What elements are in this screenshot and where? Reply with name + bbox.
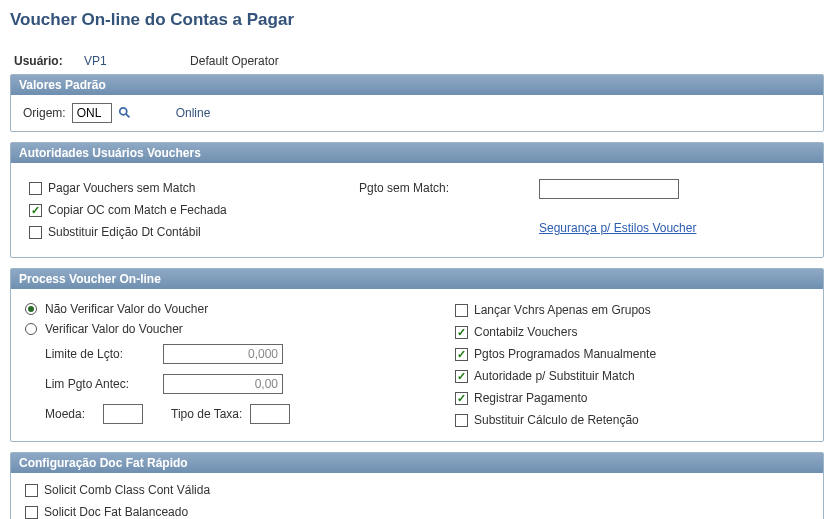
checkbox-contabilz[interactable] xyxy=(455,326,468,339)
moeda-label: Moeda: xyxy=(45,407,95,421)
checkbox-label: Substituir Edição Dt Contábil xyxy=(48,225,201,239)
moeda-input[interactable] xyxy=(103,404,143,424)
user-info: Usuário: VP1 Default Operator xyxy=(10,54,824,68)
seguranca-link[interactable]: Segurança p/ Estilos Voucher xyxy=(539,221,696,235)
origin-description: Online xyxy=(176,106,211,120)
checkbox-pgtos-prog[interactable] xyxy=(455,348,468,361)
section-header: Valores Padrão xyxy=(11,75,823,95)
pgto-sem-match-label: Pgto sem Match: xyxy=(359,181,449,195)
checkbox-autoridade-sub[interactable] xyxy=(455,370,468,383)
checkbox-pagar-sem-match[interactable] xyxy=(29,182,42,195)
section-autoridades: Autoridades Usuários Vouchers Pagar Vouc… xyxy=(10,142,824,258)
section-process-voucher: Process Voucher On-line Não Verificar Va… xyxy=(10,268,824,442)
user-id: VP1 xyxy=(84,54,107,68)
checkbox-sub-edicao[interactable] xyxy=(29,226,42,239)
checkbox-label: Pagar Vouchers sem Match xyxy=(48,181,195,195)
origin-label: Origem: xyxy=(23,106,66,120)
checkbox-label: Lançar Vchrs Apenas em Grupos xyxy=(474,303,651,317)
origin-input[interactable] xyxy=(72,103,112,123)
checkbox-label: Autoridade p/ Substituir Match xyxy=(474,369,635,383)
user-label: Usuário: xyxy=(14,54,63,68)
radio-nao-verificar[interactable] xyxy=(25,303,37,315)
checkbox-label: Copiar OC com Match e Fechada xyxy=(48,203,227,217)
svg-point-0 xyxy=(119,108,126,115)
checkbox-label: Substituir Cálculo de Retenção xyxy=(474,413,639,427)
radio-verificar[interactable] xyxy=(25,323,37,335)
checkbox-sub-calc-ret[interactable] xyxy=(455,414,468,427)
limite-lcto-input[interactable] xyxy=(163,344,283,364)
section-header: Autoridades Usuários Vouchers xyxy=(11,143,823,163)
svg-line-1 xyxy=(126,114,130,118)
checkbox-copiar-oc[interactable] xyxy=(29,204,42,217)
radio-label: Não Verificar Valor do Voucher xyxy=(45,302,208,316)
section-config-doc: Configuração Doc Fat Rápido Solicit Comb… xyxy=(10,452,824,519)
checkbox-registrar-pag[interactable] xyxy=(455,392,468,405)
checkbox-solicit-doc[interactable] xyxy=(25,506,38,519)
lim-pgto-antec-input[interactable] xyxy=(163,374,283,394)
section-header: Configuração Doc Fat Rápido xyxy=(11,453,823,473)
checkbox-label: Solicit Comb Class Cont Válida xyxy=(44,483,210,497)
pgto-sem-match-input[interactable] xyxy=(539,179,679,199)
lim-pgto-antec-label: Lim Pgto Antec: xyxy=(45,377,155,391)
limite-lcto-label: Limite de Lçto: xyxy=(45,347,155,361)
section-valores-padrao: Valores Padrão Origem: Online xyxy=(10,74,824,132)
checkbox-solicit-comb[interactable] xyxy=(25,484,38,497)
checkbox-label: Contabilz Vouchers xyxy=(474,325,577,339)
page-title: Voucher On-line do Contas a Pagar xyxy=(10,10,824,30)
tipo-taxa-label: Tipo de Taxa: xyxy=(171,407,242,421)
section-header: Process Voucher On-line xyxy=(11,269,823,289)
user-operator: Default Operator xyxy=(190,54,279,68)
checkbox-label: Solicit Doc Fat Balanceado xyxy=(44,505,188,519)
checkbox-lancar-grupos[interactable] xyxy=(455,304,468,317)
tipo-taxa-input[interactable] xyxy=(250,404,290,424)
checkbox-label: Pgtos Programados Manualmente xyxy=(474,347,656,361)
lookup-icon[interactable] xyxy=(118,106,132,120)
radio-label: Verificar Valor do Voucher xyxy=(45,322,183,336)
checkbox-label: Registrar Pagamento xyxy=(474,391,587,405)
